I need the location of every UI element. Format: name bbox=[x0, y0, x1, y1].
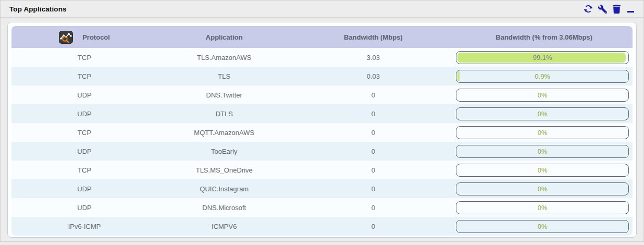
widget-toolbar bbox=[584, 4, 635, 14]
top-applications-widget: Top Applications bbox=[0, 0, 644, 242]
table-row: TCP MQTT.AmazonAWS 0 0% bbox=[11, 123, 633, 142]
chart-search-icon bbox=[59, 31, 73, 44]
bandwidth-mbps-cell: 0 bbox=[291, 161, 455, 179]
protocol-cell: UDP bbox=[11, 179, 157, 198]
table-header-row: Protocol Application Bandwidth (Mbps) Ba… bbox=[11, 26, 633, 48]
bandwidth-pct-cell: 0% bbox=[455, 198, 633, 217]
bandwidth-bar: 0% bbox=[456, 107, 629, 120]
bandwidth-mbps-cell: 0 bbox=[291, 123, 455, 142]
wrench-icon[interactable] bbox=[598, 4, 607, 14]
bandwidth-pct-cell: 0.9% bbox=[455, 67, 633, 85]
widget-titlebar: Top Applications bbox=[1, 1, 643, 18]
application-cell: TLS.AmazonAWS bbox=[157, 48, 291, 67]
bandwidth-mbps-cell: 3.03 bbox=[291, 48, 455, 67]
table-row: TCP TLS.AmazonAWS 3.03 99.1% bbox=[11, 48, 633, 67]
protocol-cell: UDP bbox=[11, 198, 157, 217]
bandwidth-mbps-cell: 0 bbox=[291, 217, 455, 236]
bandwidth-bar-label: 0% bbox=[456, 164, 628, 176]
bandwidth-bar: 0% bbox=[456, 182, 629, 195]
bandwidth-bar-label: 0% bbox=[456, 127, 628, 139]
table-row: UDP DNS.Microsoft 0 0% bbox=[11, 198, 633, 217]
table-row: UDP TooEarly 0 0% bbox=[11, 142, 633, 161]
column-header-bandwidth-pct: Bandwidth (% from 3.06Mbps) bbox=[455, 26, 633, 48]
bandwidth-pct-cell: 0% bbox=[455, 179, 633, 198]
table-row: UDP DTLS 0 0% bbox=[11, 104, 633, 123]
application-cell: DTLS bbox=[157, 104, 291, 123]
table-row: IPv6-ICMP ICMPV6 0 0% bbox=[11, 217, 633, 236]
bandwidth-pct-cell: 0% bbox=[455, 161, 633, 179]
application-cell: DNS.Twitter bbox=[157, 85, 291, 104]
column-label-protocol: Protocol bbox=[82, 33, 110, 41]
top-applications-table: Protocol Application Bandwidth (Mbps) Ba… bbox=[11, 26, 633, 236]
bandwidth-bar: 0% bbox=[456, 89, 629, 102]
protocol-cell: TCP bbox=[11, 48, 157, 67]
protocol-cell: UDP bbox=[11, 85, 157, 104]
application-cell: MQTT.AmazonAWS bbox=[157, 123, 291, 142]
bandwidth-pct-cell: 0% bbox=[455, 85, 633, 104]
bandwidth-bar-label: 0% bbox=[456, 145, 628, 157]
bandwidth-pct-cell: 0% bbox=[455, 217, 633, 236]
application-cell: TLS bbox=[157, 67, 291, 85]
bandwidth-mbps-cell: 0 bbox=[291, 85, 455, 104]
bandwidth-bar: 99.1% bbox=[456, 51, 629, 64]
trash-icon[interactable] bbox=[612, 4, 621, 14]
column-header-application: Application bbox=[157, 26, 291, 48]
bandwidth-bar-label: 0% bbox=[456, 183, 628, 195]
protocol-cell: IPv6-ICMP bbox=[11, 217, 157, 236]
application-cell: TooEarly bbox=[157, 142, 291, 161]
protocol-cell: UDP bbox=[11, 142, 157, 161]
application-cell: QUIC.Instagram bbox=[157, 179, 291, 198]
bandwidth-mbps-cell: 0 bbox=[291, 104, 455, 123]
minimize-icon[interactable] bbox=[626, 4, 635, 14]
column-header-bandwidth-mbps: Bandwidth (Mbps) bbox=[291, 26, 455, 48]
bandwidth-pct-cell: 99.1% bbox=[455, 48, 633, 67]
column-header-protocol: Protocol bbox=[11, 26, 157, 48]
bandwidth-bar: 0% bbox=[456, 201, 629, 214]
table-panel: Protocol Application Bandwidth (Mbps) Ba… bbox=[7, 22, 637, 238]
bandwidth-bar: 0% bbox=[456, 164, 629, 177]
protocol-cell: TCP bbox=[11, 67, 157, 85]
application-cell: ICMPV6 bbox=[157, 217, 291, 236]
bandwidth-pct-cell: 0% bbox=[455, 104, 633, 123]
bandwidth-bar: 0.9% bbox=[456, 70, 629, 83]
table-row: TCP TLS.MS_OneDrive 0 0% bbox=[11, 161, 633, 179]
table-row: UDP DNS.Twitter 0 0% bbox=[11, 85, 633, 104]
table-row: TCP TLS 0.03 0.9% bbox=[11, 67, 633, 85]
bandwidth-bar: 0% bbox=[456, 145, 629, 158]
bandwidth-bar: 0% bbox=[456, 220, 629, 233]
bandwidth-bar-label: 0.9% bbox=[456, 70, 628, 82]
bandwidth-bar-label: 99.1% bbox=[456, 52, 628, 64]
bandwidth-bar-label: 0% bbox=[456, 108, 628, 120]
bandwidth-mbps-cell: 0 bbox=[291, 198, 455, 217]
protocol-cell: TCP bbox=[11, 161, 157, 179]
widget-title: Top Applications bbox=[9, 5, 67, 13]
bandwidth-bar-label: 0% bbox=[456, 220, 628, 232]
bandwidth-pct-cell: 0% bbox=[455, 123, 633, 142]
protocol-cell: UDP bbox=[11, 104, 157, 123]
application-cell: DNS.Microsoft bbox=[157, 198, 291, 217]
bandwidth-bar-label: 0% bbox=[456, 89, 628, 101]
bandwidth-mbps-cell: 0 bbox=[291, 142, 455, 161]
protocol-cell: TCP bbox=[11, 123, 157, 142]
bandwidth-bar-label: 0% bbox=[456, 202, 628, 214]
table-row: UDP QUIC.Instagram 0 0% bbox=[11, 179, 633, 198]
application-cell: TLS.MS_OneDrive bbox=[157, 161, 291, 179]
bandwidth-pct-cell: 0% bbox=[455, 142, 633, 161]
refresh-icon[interactable] bbox=[584, 4, 593, 14]
bandwidth-mbps-cell: 0 bbox=[291, 179, 455, 198]
bandwidth-mbps-cell: 0.03 bbox=[291, 67, 455, 85]
bandwidth-bar: 0% bbox=[456, 126, 629, 139]
